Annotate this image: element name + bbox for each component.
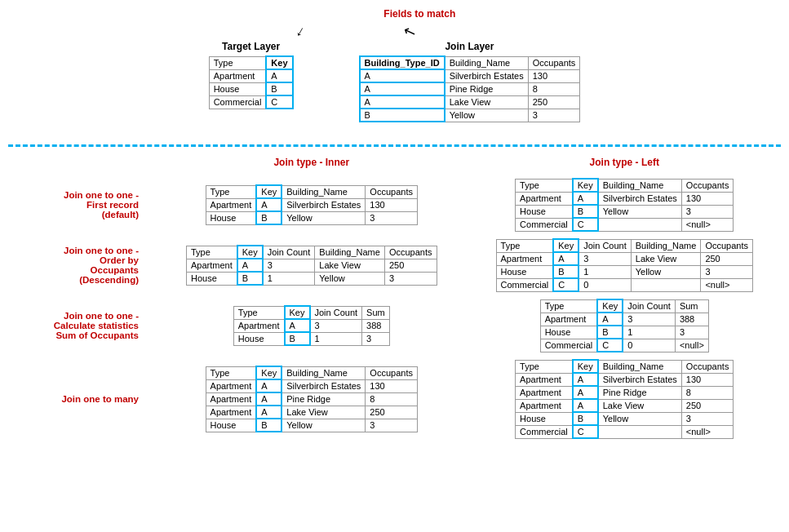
target-col-type: Type xyxy=(209,56,266,69)
row2-label: Join one to one - Order by Occupants (De… xyxy=(16,238,147,292)
join-layer-title: Join Layer xyxy=(445,41,494,52)
empty-header xyxy=(16,157,147,171)
row2-inner-table: Type Key Join Count Building_Name Occupa… xyxy=(186,245,437,286)
row4-inner-table: Type Key Building_Name Occupants Apartme… xyxy=(206,366,418,432)
left-header: Join type - Left xyxy=(477,157,773,171)
dashed-divider xyxy=(8,144,781,147)
row1-left-table: Type Key Building_Name Occupants Apartme… xyxy=(515,178,734,232)
row4-left-table: Type Key Building_Name Occupants Apartme… xyxy=(515,359,734,439)
join-layer-table: Building_Type_ID Building_Name Occupants… xyxy=(359,55,581,122)
target-layer-title: Target Layer xyxy=(222,41,280,52)
row3-label: Join one to one - Calculate statistics S… xyxy=(16,299,147,352)
target-layer-table: Type Key ApartmentA HouseB CommercialC xyxy=(209,55,294,109)
row1-inner-cell: Type Key Building_Name Occupants Apartme… xyxy=(163,178,460,232)
row1-inner-table: Type Key Building_Name Occupants Apartme… xyxy=(206,184,418,225)
row2-left-table: Type Key Join Count Building_Name Occupa… xyxy=(496,238,753,292)
row4-inner-cell: Type Key Building_Name Occupants Apartme… xyxy=(163,359,460,439)
row3-left-table: Type Key Join Count Sum ApartmentA3388 H… xyxy=(540,299,709,352)
fields-to-match-label: Fields to match xyxy=(383,8,455,20)
row2-left-cell: Type Key Join Count Building_Name Occupa… xyxy=(477,238,773,292)
row3-left-cell: Type Key Join Count Sum ApartmentA3388 H… xyxy=(477,299,773,352)
row2-inner-cell: Type Key Join Count Building_Name Occupa… xyxy=(163,238,460,292)
row3-inner-table: Type Key Join Count Sum ApartmentA3388 H… xyxy=(233,305,390,346)
row4-left-cell: Type Key Building_Name Occupants Apartme… xyxy=(477,359,773,439)
target-layer-block: Target Layer Type Key ApartmentA HouseB … xyxy=(209,41,294,109)
row4-label: Join one to many xyxy=(16,359,147,439)
row1-label: Join one to one - First record (default) xyxy=(16,178,147,232)
join-layer-block: Join Layer Building_Type_ID Building_Nam… xyxy=(359,41,581,122)
row1-left-cell: Type Key Building_Name Occupants Apartme… xyxy=(477,178,773,232)
target-col-key: Key xyxy=(266,56,292,69)
inner-header: Join type - Inner xyxy=(163,157,460,171)
row3-inner-cell: Type Key Join Count Sum ApartmentA3388 H… xyxy=(163,299,460,352)
